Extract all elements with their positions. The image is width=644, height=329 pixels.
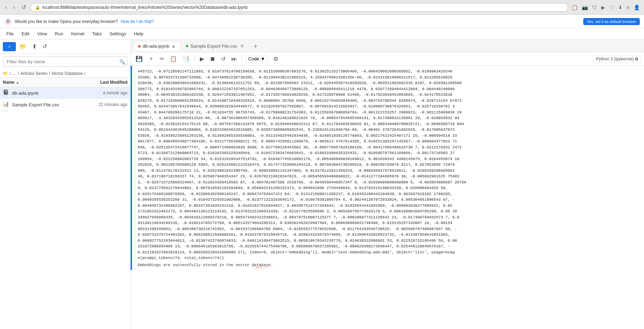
code-text: 445722, -0.07120592147111893, 0.01073761… (138, 69, 638, 261)
heart-btn[interactable]: ♡ (608, 3, 615, 12)
cell-content: 445722, -0.07120592147111893, 0.01073761… (132, 66, 644, 270)
promo-bar: O Would you like to make Opera your ever… (0, 15, 644, 28)
menu-kernel[interactable]: Kernel (67, 30, 88, 38)
promo-default-button[interactable]: Yes, set it as default browser (583, 18, 640, 25)
list-item[interactable]: 📓 db-ada.ipynb a minute ago (0, 87, 130, 99)
output-line: Embeddings are successfully stored in th… (138, 263, 638, 267)
file-name: Sample Export File.csv (12, 102, 78, 107)
menu-run[interactable]: Run (51, 30, 67, 38)
file-date: 22 minutes ago (78, 102, 127, 107)
code-cell: 445722, -0.07120592147111893, 0.01073761… (131, 66, 644, 270)
list-item[interactable]: 📊 Sample Export File.csv 22 minutes ago (0, 99, 130, 111)
menu-view[interactable]: View (34, 30, 50, 38)
tab-bar: ■ db-ada.ipynb ● ■ Sample Export File.cs… (131, 40, 644, 52)
file-name: db-ada.ipynb (12, 90, 78, 96)
tab-csv[interactable]: ■ Sample Export File.csv ✕ (181, 41, 250, 51)
success-message: Embeddings are successfully stored in th… (138, 263, 273, 267)
database-text: database (252, 263, 270, 267)
tab-label: Sample Export File.csv (190, 43, 237, 49)
play-btn[interactable]: ▶ (600, 3, 607, 12)
search-box: 🔍 (3, 57, 127, 67)
screen-capture-btn[interactable]: 📋 (570, 3, 579, 12)
add-cell-button[interactable]: ＋ (146, 54, 156, 64)
menu-edit[interactable]: Edit (18, 30, 33, 38)
sidebar-toolbar: ＋ 📁 ⬆ ↺ (0, 40, 130, 54)
address-bar[interactable]: 🔒 localhost:8888/lab/workspaces/auto-f/t… (30, 3, 568, 12)
menu-help[interactable]: Help (130, 30, 147, 38)
file-list-header: Name ▲ Last Modified (0, 78, 130, 87)
account-btn[interactable]: 👤 (632, 3, 641, 12)
fast-forward-button[interactable]: ⏭ (229, 54, 239, 64)
notebook-icon: 📓 (3, 89, 10, 96)
search-icon[interactable]: 🔍 (119, 59, 125, 65)
run-button[interactable]: ▶ (198, 54, 206, 64)
menu-bar: File Edit View Run Kernel Tabs Settings … (0, 28, 644, 40)
cell-type-selector[interactable]: Code ▼ (245, 55, 268, 63)
cell-type-label: Code (248, 56, 259, 61)
back-button[interactable]: ‹ (3, 3, 9, 12)
open-folder-button[interactable]: 📁 (17, 42, 29, 51)
csv-tab-icon: ■ (186, 43, 188, 48)
browser-actions: 📋 📷 🛡 ▶ ♡ ⬇ ≡ 👤 (570, 3, 641, 12)
upload-button[interactable]: ⬆ (30, 42, 39, 51)
name-column-header[interactable]: Name ▲ (3, 80, 78, 85)
browser-bar: ‹ › ↺ 🔒 localhost:8888/lab/workspaces/au… (0, 0, 644, 15)
tab-notebook[interactable]: ■ db-ada.ipynb ● (133, 41, 180, 51)
menu-tabs[interactable]: Tabs (89, 30, 105, 38)
plus-icon: ＋ (7, 43, 12, 50)
camera-btn[interactable]: 📷 (580, 3, 589, 12)
date-column-header[interactable]: Last Modified (78, 80, 127, 85)
forward-button[interactable]: › (11, 3, 17, 12)
kernel-selector[interactable]: Python 3 (ipykernel) (593, 55, 641, 63)
menu-btn[interactable]: ≡ (625, 3, 631, 12)
sort-arrow-icon: ▲ (16, 81, 19, 84)
tab-close-button[interactable]: ✕ (239, 43, 245, 48)
toolbar-separator-2 (242, 55, 242, 63)
shield-btn[interactable]: 🛡 (591, 3, 598, 12)
add-tab-button[interactable]: ＋ (250, 41, 261, 51)
refresh-files-button[interactable]: ↺ (40, 42, 49, 51)
file-list: 📓 db-ada.ipynb a minute ago 📊 Sample Exp… (0, 87, 130, 329)
settings-button[interactable]: ⚙ (271, 54, 280, 64)
menu-file[interactable]: File (3, 30, 17, 38)
folder-icon: 📁 (3, 71, 8, 76)
tab-close-button[interactable]: ● (171, 44, 175, 49)
save-button[interactable]: 💾 (133, 54, 145, 64)
notebook-tab-icon: ■ (138, 44, 141, 49)
search-input[interactable] (3, 57, 127, 67)
vector-db-breadcrumb[interactable]: Vector Database (52, 71, 83, 76)
refresh-button[interactable]: ↺ (19, 2, 28, 12)
kernel-status-icon (635, 58, 638, 60)
download-btn[interactable]: ⬇ (617, 3, 624, 12)
stop-button[interactable]: ⏹ (208, 54, 217, 64)
tab-label: db-ada.ipynb (143, 43, 169, 49)
new-file-button[interactable]: ＋ (3, 42, 16, 51)
right-panel: ■ db-ada.ipynb ● ■ Sample Export File.cs… (131, 40, 644, 329)
copy-button[interactable]: 📋 (168, 54, 179, 64)
promo-link[interactable]: How do I do that? (121, 19, 154, 24)
main-area: ＋ 📁 ⬆ ↺ 🔍 📁 / … / Articles Series / Vect… (0, 40, 644, 329)
breadcrumb: 📁 / … / Articles Series / Vector Databas… (0, 70, 130, 78)
restart-button[interactable]: ↺ (219, 54, 228, 64)
opera-logo: O (4, 18, 12, 25)
toolbar-separator (195, 55, 195, 63)
dropdown-arrow-icon: ▼ (261, 56, 265, 61)
url-text: localhost:8888/lab/workspaces/auto-f/tre… (42, 5, 564, 10)
code-area[interactable]: 445722, -0.07120592147111893, 0.01073761… (131, 66, 644, 329)
kernel-label: Python 3 (ipykernel) (596, 57, 634, 61)
csv-icon: 📊 (3, 101, 10, 108)
cut-button[interactable]: ✂ (157, 54, 166, 64)
file-date: a minute ago (78, 90, 127, 95)
sidebar: ＋ 📁 ⬆ ↺ 🔍 📁 / … / Articles Series / Vect… (0, 40, 131, 329)
paste-button[interactable]: 📑 (180, 54, 192, 64)
root-breadcrumb[interactable]: / (10, 71, 11, 76)
promo-text: Would you like to make Opera your everyd… (15, 19, 118, 24)
menu-settings[interactable]: Settings (106, 30, 130, 38)
articles-series-breadcrumb[interactable]: Articles Series (20, 71, 48, 76)
notebook-toolbar: 💾 ＋ ✂ 📋 📑 ▶ ⏹ ↺ ⏭ Code ▼ ⚙ Python 3 (ipy… (131, 52, 644, 66)
